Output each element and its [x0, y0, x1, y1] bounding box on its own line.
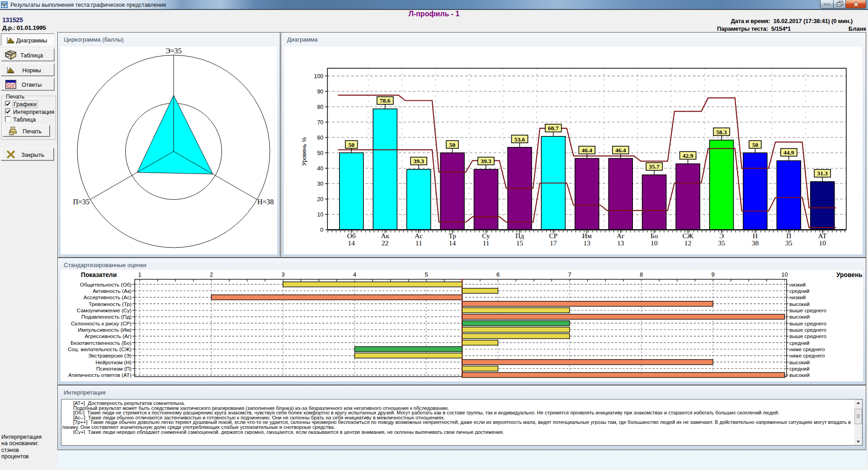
- svg-text:высокий: высокий: [789, 372, 810, 378]
- svg-text:14: 14: [348, 239, 355, 247]
- svg-text:50: 50: [449, 141, 456, 148]
- svg-text:Психотизм (П): Психотизм (П): [96, 366, 132, 372]
- svg-text:44.9: 44.9: [783, 149, 794, 156]
- svg-text:38: 38: [752, 239, 759, 247]
- svg-text:12: 12: [684, 239, 692, 247]
- svg-text:2: 2: [210, 271, 213, 278]
- svg-text:8: 8: [640, 271, 643, 278]
- svg-text:20: 20: [317, 196, 323, 202]
- svg-text:35.7: 35.7: [649, 163, 660, 170]
- svg-text:выше среднего: выше среднего: [789, 327, 826, 333]
- svg-text:42.9: 42.9: [683, 152, 693, 159]
- svg-text:50: 50: [317, 150, 323, 156]
- svg-text:22: 22: [382, 239, 389, 247]
- svg-text:80: 80: [317, 104, 323, 110]
- svg-text:Общительность (Об): Общительность (Об): [80, 282, 132, 288]
- svg-text:53.6: 53.6: [514, 136, 525, 143]
- svg-text:11: 11: [415, 239, 422, 247]
- svg-text:35: 35: [785, 239, 793, 247]
- svg-text:15: 15: [516, 239, 524, 247]
- svg-text:Н=38: Н=38: [257, 198, 274, 206]
- svg-text:низкий: низкий: [789, 282, 806, 287]
- svg-text:Соц. желательность (СЖ): Соц. желательность (СЖ): [68, 346, 132, 352]
- svg-text:50: 50: [752, 141, 759, 148]
- svg-text:П=35: П=35: [73, 198, 90, 206]
- svg-text:40: 40: [317, 165, 323, 172]
- svg-text:39.3: 39.3: [481, 158, 491, 164]
- svg-text:Уровень: Уровень: [836, 272, 863, 278]
- svg-text:10: 10: [819, 239, 826, 247]
- svg-text:14: 14: [449, 239, 456, 247]
- svg-text:высокий: высокий: [789, 359, 810, 365]
- svg-text:10: 10: [651, 239, 658, 247]
- svg-text:58.3: 58.3: [716, 129, 727, 136]
- svg-text:46.4: 46.4: [581, 147, 592, 154]
- svg-text:1: 1: [138, 271, 141, 278]
- svg-text:ниже среднего: ниже среднего: [789, 346, 825, 352]
- svg-text:4: 4: [353, 271, 356, 278]
- svg-text:78.6: 78.6: [380, 97, 391, 104]
- svg-text:Подавленность (Пд): Подавленность (Пд): [81, 314, 132, 320]
- svg-text:5: 5: [425, 271, 428, 278]
- svg-text:60: 60: [317, 135, 323, 141]
- svg-text:6: 6: [496, 271, 500, 278]
- svg-text:выше среднего: выше среднего: [789, 320, 826, 326]
- svg-text:Атипичность ответов (АТ): Атипичность ответов (АТ): [68, 372, 132, 378]
- svg-text:Ассертивность (Ас): Ассертивность (Ас): [84, 294, 132, 301]
- svg-text:Склонность к риску (СР): Склонность к риску (СР): [71, 320, 132, 327]
- svg-text:Агрессивность (Аг): Агрессивность (Аг): [85, 333, 132, 339]
- svg-text:30: 30: [317, 181, 323, 187]
- svg-text:Безответственность (Бо): Безответственность (Бо): [71, 340, 132, 346]
- svg-text:высокий: высокий: [789, 301, 810, 307]
- svg-text:60.7: 60.7: [548, 125, 559, 132]
- svg-text:0: 0: [320, 227, 323, 233]
- svg-text:13: 13: [617, 239, 624, 247]
- svg-text:низкий: низкий: [789, 294, 806, 300]
- svg-text:46.4: 46.4: [615, 147, 626, 154]
- svg-text:70: 70: [317, 119, 323, 126]
- svg-text:ниже среднего: ниже среднего: [789, 352, 825, 358]
- svg-text:Импульсивность (Им): Импульсивность (Им): [78, 327, 132, 333]
- svg-text:Активность (Ак): Активность (Ак): [93, 288, 132, 294]
- svg-text:Нейротизм (Н): Нейротизм (Н): [95, 359, 132, 366]
- svg-text:Уровень %: Уровень %: [301, 137, 307, 166]
- svg-text:35: 35: [718, 239, 725, 247]
- svg-text:90: 90: [317, 89, 323, 95]
- svg-text:средний: средний: [789, 340, 810, 346]
- svg-text:средний: средний: [789, 366, 810, 371]
- svg-text:9: 9: [711, 271, 714, 278]
- svg-text:Самоуничижение (Су): Самоуничижение (Су): [77, 307, 132, 314]
- svg-text:высокий: высокий: [789, 314, 810, 320]
- svg-text:7: 7: [568, 271, 571, 278]
- svg-text:выше среднего: выше среднего: [789, 333, 826, 339]
- svg-text:10: 10: [781, 271, 788, 278]
- svg-text:10: 10: [317, 212, 323, 218]
- svg-text:выше среднего: выше среднего: [789, 307, 826, 313]
- svg-text:Показатели: Показатели: [81, 272, 117, 278]
- svg-text:средний: средний: [789, 288, 810, 294]
- svg-text:100: 100: [314, 73, 323, 80]
- svg-text:Экстраверсия (Э): Экстраверсия (Э): [88, 352, 132, 359]
- svg-text:50: 50: [349, 141, 355, 148]
- svg-text:11: 11: [483, 239, 490, 247]
- svg-text:3: 3: [281, 271, 284, 278]
- svg-text:13: 13: [584, 239, 591, 247]
- svg-text:39.3: 39.3: [413, 158, 424, 164]
- svg-text:Э=35: Э=35: [165, 47, 182, 55]
- svg-text:31.3: 31.3: [817, 170, 828, 177]
- svg-text:17: 17: [550, 239, 557, 247]
- svg-text:Тревожность (Тр): Тревожность (Тр): [89, 301, 132, 307]
